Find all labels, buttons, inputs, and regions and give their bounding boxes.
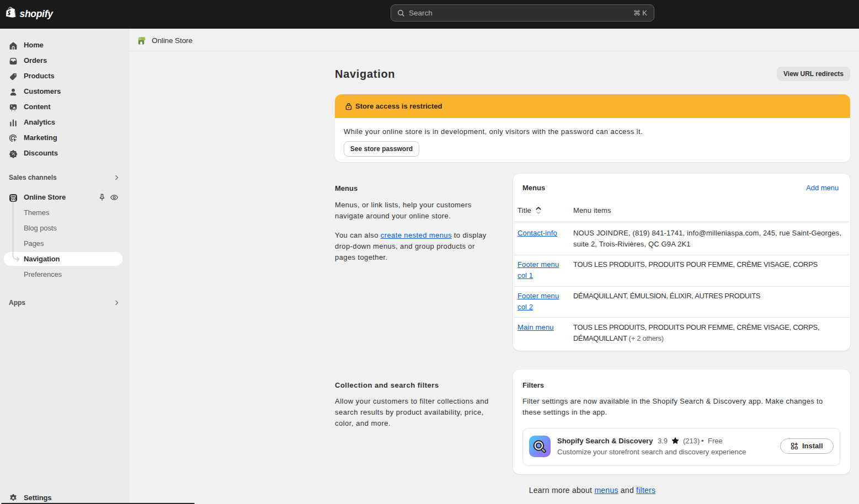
svg-text:shopify: shopify [20,8,54,19]
